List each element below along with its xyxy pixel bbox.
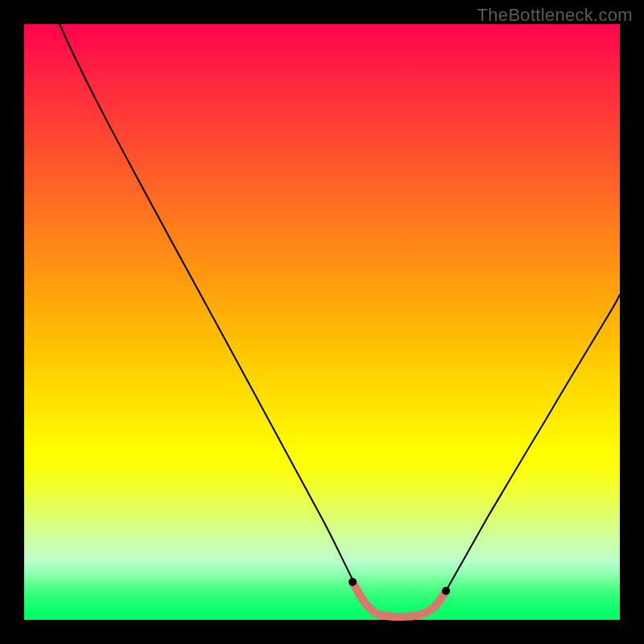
- band-end-dot: [442, 587, 450, 595]
- attribution-watermark: TheBottleneck.com: [477, 5, 633, 26]
- band-start-dot: [349, 578, 357, 586]
- curve-layer: [24, 24, 620, 620]
- bottleneck-curve: [60, 24, 620, 617]
- chart-container: TheBottleneck.com: [0, 0, 644, 644]
- plot-area: [24, 24, 620, 620]
- optimal-range-band: [353, 582, 446, 617]
